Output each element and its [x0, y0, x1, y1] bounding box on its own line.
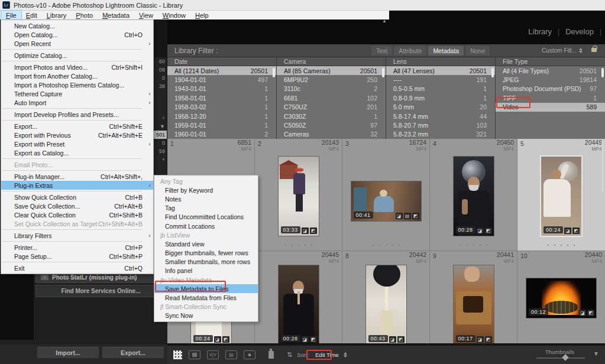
filter-row[interactable]: C5050Z97: [277, 121, 386, 129]
grid-scrollbar[interactable]: [601, 141, 604, 193]
export-button[interactable]: Export...: [102, 347, 164, 359]
column-header[interactable]: Camera: [277, 57, 386, 66]
menu-item[interactable]: Library Filters›: [1, 231, 153, 240]
filter-tab[interactable]: Metadata: [428, 46, 464, 56]
video-thumbnail[interactable]: 00:28: [279, 265, 319, 344]
column-header[interactable]: Lens: [386, 57, 495, 66]
submenu-item[interactable]: Commit Locations: [154, 222, 258, 230]
filter-row[interactable]: 1958-03-021: [167, 103, 276, 112]
menu-item[interactable]: Clear Quick CollectionCtrl+Shift+B: [1, 210, 153, 219]
grid-view-icon[interactable]: [173, 350, 182, 359]
grid-cell-9[interactable]: 9 20441MP4 00:17: [430, 251, 517, 344]
filter-row[interactable]: 1958-12-201: [167, 112, 276, 121]
filter-tab[interactable]: Text: [371, 46, 392, 56]
video-thumbnail[interactable]: 00:43: [366, 265, 406, 344]
menubar-item[interactable]: Help: [190, 11, 213, 20]
metadata-badge-icon[interactable]: [564, 228, 571, 234]
submenu-item[interactable]: Find Uncommitted Locations: [154, 213, 258, 222]
metadata-badge-icon[interactable]: [477, 336, 484, 343]
menu-item[interactable]: Auto Import›: [1, 98, 153, 107]
menu-item[interactable]: Open Recent›: [1, 39, 153, 48]
filter-row[interactable]: 5.8-23.2 mm321: [386, 130, 495, 139]
video-thumbnail[interactable]: 00:17: [454, 265, 494, 344]
filter-row[interactable]: 1959-01-011: [167, 121, 276, 129]
submenu-item[interactable]: Filter by Keyword: [154, 186, 258, 194]
survey-view-icon[interactable]: ▤: [225, 350, 237, 359]
menu-item[interactable]: Import Photos and Video...Ctrl+Shift+I: [1, 63, 153, 72]
metadata-badge-icon[interactable]: [389, 336, 396, 343]
crop-badge-icon[interactable]: [310, 228, 317, 234]
filter-lock-icon[interactable]: [591, 48, 597, 52]
menubar-item[interactable]: Metadata: [98, 11, 134, 20]
comment-badge-icon[interactable]: [404, 213, 411, 219]
column-scrollbar[interactable]: [601, 68, 604, 77]
menu-item[interactable]: Show Quick CollectionCtrl+B: [1, 193, 153, 202]
metadata-badge-icon[interactable]: [302, 228, 309, 234]
filter-row[interactable]: 0.8-0.9 mm1: [386, 93, 495, 102]
menu-item[interactable]: Optimize Catalog...: [1, 51, 153, 60]
menubar-item[interactable]: View: [134, 11, 158, 20]
filter-row[interactable]: All (85 Cameras)20501: [277, 66, 386, 75]
filter-row[interactable]: 1960-01-012: [167, 130, 276, 139]
grid-cell-4[interactable]: 4 20450MP4 00:28: [430, 139, 517, 251]
filter-row[interactable]: 5.8-20.7 mm103: [386, 121, 495, 129]
submenu-item[interactable]: Any Tag: [154, 177, 258, 186]
submenu-item[interactable]: jf Smart-Collection Sync: [154, 303, 258, 311]
column-scrollbar[interactable]: [382, 68, 384, 77]
menubar-item[interactable]: Edit: [21, 11, 42, 20]
submenu-item[interactable]: Sync Now: [154, 311, 258, 320]
slider-knob[interactable]: [562, 354, 568, 360]
filter-tab[interactable]: Attribute: [394, 46, 426, 56]
thumbnail-size-slider[interactable]: [536, 358, 585, 359]
filter-row[interactable]: 6MP9U2250: [277, 75, 386, 84]
submenu-item[interactable]: Read Metadata from Files: [154, 293, 258, 302]
tab-library[interactable]: Library: [528, 27, 552, 36]
menu-item[interactable]: Export as Catalog...: [1, 148, 153, 157]
menu-item[interactable]: Email Photo...: [1, 160, 153, 169]
menu-item[interactable]: Printer...Ctrl+P: [1, 243, 153, 252]
sort-updown-icon[interactable]: [344, 352, 347, 358]
menu-item[interactable]: Import Develop Profiles and Presets...: [1, 110, 153, 119]
toolbar-options-caret-icon[interactable]: ▼: [593, 350, 599, 357]
tab-develop[interactable]: Develop: [565, 27, 594, 36]
people-view-icon[interactable]: ☻: [244, 350, 255, 359]
crop-badge-icon[interactable]: [485, 336, 492, 343]
grid-cell-3[interactable]: 3 16724MP4 00:41: [342, 139, 430, 251]
submenu-item[interactable]: jb ListView: [154, 230, 258, 239]
filter-row[interactable]: Cameras32: [277, 130, 386, 139]
menu-item[interactable]: Open Catalog...Ctrl+O: [1, 30, 153, 39]
import-button[interactable]: Import...: [37, 347, 99, 359]
filter-row[interactable]: Photoshop Document (PSD)97: [496, 84, 605, 93]
filter-row[interactable]: All (47 Lenses)20501: [386, 66, 495, 75]
menu-item[interactable]: Page Setup...Ctrl+Shift+P: [1, 252, 153, 261]
filter-row[interactable]: JPEG19814: [496, 75, 605, 84]
filter-row[interactable]: All (4 File Types)20501: [496, 66, 605, 75]
menubar-item[interactable]: Library: [42, 11, 72, 20]
filter-row[interactable]: 0.5-0.5 mm1: [386, 84, 495, 93]
column-header[interactable]: Date: [167, 57, 276, 66]
metadata-badge-icon[interactable]: [396, 213, 403, 219]
compare-view-icon[interactable]: X|Y: [207, 350, 219, 359]
submenu-item[interactable]: Tag: [154, 204, 258, 213]
column-scrollbar[interactable]: [491, 68, 494, 77]
grid-cell-5-selected[interactable]: 5 20449MP4 00:24: [517, 139, 605, 251]
menu-item[interactable]: Set Quick Collection as TargetCtrl+Shift…: [1, 219, 153, 228]
video-thumbnail[interactable]: 03:33: [279, 157, 319, 236]
filter-tab[interactable]: None: [465, 46, 490, 56]
filter-row[interactable]: 5.8-17.4 mm44: [386, 112, 495, 121]
filter-row[interactable]: ----191: [386, 75, 495, 84]
grid-cell-10[interactable]: 10 20440MP4 00:12: [517, 251, 605, 344]
metadata-badge-icon[interactable]: [302, 336, 309, 343]
grid-cell-7[interactable]: 20445MP4 00:28: [255, 251, 342, 344]
video-thumbnail[interactable]: 00:41: [351, 181, 421, 221]
grid-cell-2[interactable]: 2 20143MP4 03:33: [255, 139, 342, 251]
video-thumbnail[interactable]: 00:28: [454, 157, 494, 236]
menu-item[interactable]: Import from Another Catalog...: [1, 72, 153, 80]
filter-row[interactable]: 6681102: [277, 93, 386, 102]
submenu-item[interactable]: Info panel: [154, 266, 258, 275]
filter-row[interactable]: C750UZ201: [277, 103, 386, 112]
filter-row[interactable]: 1943-01-011: [167, 84, 276, 93]
crop-badge-icon[interactable]: [485, 228, 492, 234]
submenu-item[interactable]: Smaller thumbnails, more rows: [154, 258, 258, 266]
column-header[interactable]: File Type: [496, 57, 605, 66]
